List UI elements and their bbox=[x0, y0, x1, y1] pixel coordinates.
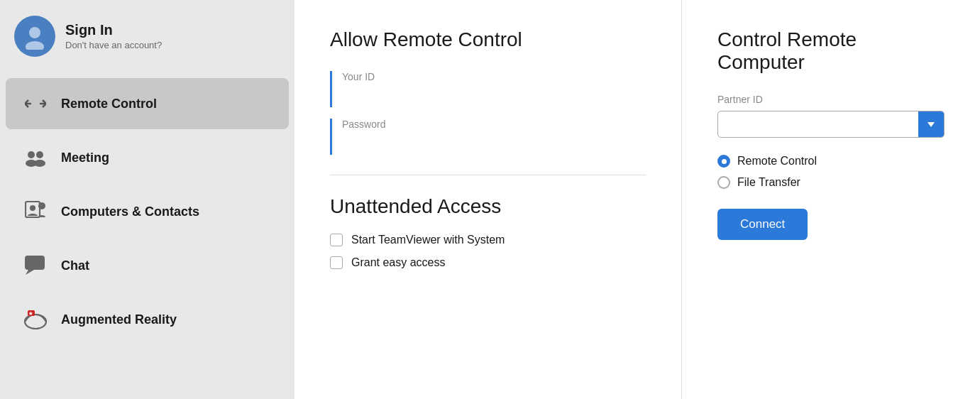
checkbox-start-teamviewer[interactable]: Start TeamViewer with System bbox=[330, 234, 646, 246]
sidebar-item-meeting[interactable]: Meeting bbox=[6, 132, 289, 183]
sidebar-item-augmented-reality[interactable]: ★ Augmented Reality bbox=[6, 294, 289, 345]
svg-point-7 bbox=[34, 160, 45, 167]
remote-control-icon bbox=[23, 91, 48, 116]
partner-id-input[interactable] bbox=[718, 112, 918, 136]
svg-point-10 bbox=[30, 205, 35, 211]
sidebar: Sign In Don't have an account? Remote Co… bbox=[0, 0, 294, 399]
your-id-label: Your ID bbox=[342, 71, 646, 82]
svg-marker-16 bbox=[927, 122, 935, 127]
svg-point-5 bbox=[36, 151, 43, 158]
your-id-value bbox=[342, 87, 646, 107]
sidebar-item-label-augmented-reality: Augmented Reality bbox=[61, 312, 177, 327]
checkbox-grant-easy-access-label: Grant easy access bbox=[351, 256, 446, 269]
partner-id-input-row bbox=[717, 111, 945, 138]
radio-remote-control-label: Remote Control bbox=[737, 155, 817, 168]
partner-id-dropdown-button[interactable] bbox=[918, 111, 944, 137]
chat-icon bbox=[23, 253, 48, 278]
password-value bbox=[342, 134, 646, 155]
signin-title[interactable]: Sign In bbox=[65, 22, 162, 38]
sidebar-item-label-computers-contacts: Computers & Contacts bbox=[61, 204, 199, 219]
checkbox-start-teamviewer-label: Start TeamViewer with System bbox=[351, 234, 505, 246]
checkbox-grant-easy-access[interactable]: Grant easy access bbox=[330, 256, 646, 269]
svg-point-1 bbox=[26, 41, 44, 50]
augmented-reality-icon: ★ bbox=[23, 307, 48, 332]
sidebar-item-label-meeting: Meeting bbox=[61, 151, 109, 165]
radio-remote-control-button[interactable] bbox=[717, 155, 730, 168]
allow-remote-control-title: Allow Remote Control bbox=[330, 28, 646, 51]
radio-file-transfer-button[interactable] bbox=[717, 176, 730, 189]
unattended-access-title: Unattended Access bbox=[330, 195, 646, 218]
sidebar-item-computers-contacts[interactable]: Computers & Contacts bbox=[6, 186, 289, 237]
svg-text:★: ★ bbox=[28, 311, 33, 316]
radio-file-transfer[interactable]: File Transfer bbox=[717, 176, 945, 189]
right-panel: Control Remote Computer Partner ID Remot… bbox=[682, 0, 980, 399]
sidebar-item-label-chat: Chat bbox=[61, 258, 89, 273]
radio-remote-control[interactable]: Remote Control bbox=[717, 155, 945, 168]
your-id-field: Your ID bbox=[330, 71, 646, 107]
password-field: Password bbox=[330, 119, 646, 155]
avatar bbox=[14, 16, 55, 57]
left-panel: Allow Remote Control Your ID Password Un… bbox=[294, 0, 682, 399]
main-content: Allow Remote Control Your ID Password Un… bbox=[294, 0, 980, 399]
signin-sub: Don't have an account? bbox=[65, 40, 162, 50]
connection-type-radio-group: Remote Control File Transfer bbox=[717, 155, 945, 189]
panel-divider bbox=[330, 175, 646, 175]
svg-point-4 bbox=[28, 151, 35, 158]
partner-id-label: Partner ID bbox=[717, 94, 945, 105]
computers-contacts-icon bbox=[23, 199, 48, 224]
signin-text: Sign In Don't have an account? bbox=[65, 22, 162, 50]
sidebar-item-remote-control[interactable]: Remote Control bbox=[6, 78, 289, 129]
sidebar-item-chat[interactable]: Chat bbox=[6, 240, 289, 291]
meeting-icon bbox=[23, 145, 48, 170]
connect-button[interactable]: Connect bbox=[717, 209, 808, 240]
control-remote-computer-title: Control Remote Computer bbox=[717, 28, 945, 74]
svg-rect-11 bbox=[25, 256, 45, 270]
radio-file-transfer-label: File Transfer bbox=[737, 176, 800, 189]
svg-point-0 bbox=[29, 27, 40, 38]
svg-marker-12 bbox=[26, 270, 34, 275]
sidebar-header: Sign In Don't have an account? bbox=[0, 0, 294, 72]
sidebar-nav: Remote Control Meeting bbox=[0, 77, 294, 346]
checkbox-start-teamviewer-box[interactable] bbox=[330, 234, 343, 246]
checkbox-grant-easy-access-box[interactable] bbox=[330, 256, 343, 269]
svg-point-9 bbox=[38, 202, 45, 209]
password-label: Password bbox=[342, 119, 646, 130]
sidebar-item-label-remote-control: Remote Control bbox=[61, 97, 157, 111]
